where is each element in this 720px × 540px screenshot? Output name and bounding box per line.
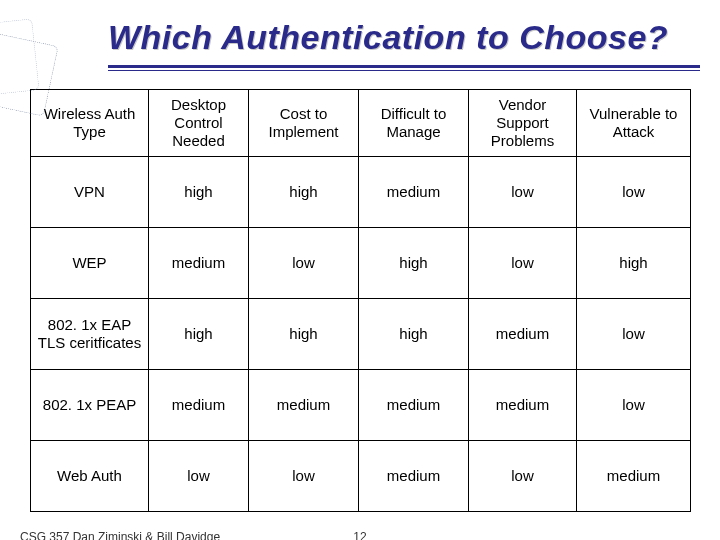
table-cell: medium bbox=[359, 441, 469, 512]
slide-container: Which Authentication to Choose? Wireless… bbox=[0, 18, 720, 540]
table-cell: high bbox=[249, 157, 359, 228]
table-cell: high bbox=[577, 228, 691, 299]
table-row: Web Authlowlowmediumlowmedium bbox=[31, 441, 691, 512]
table-cell: high bbox=[359, 228, 469, 299]
table-cell: low bbox=[577, 157, 691, 228]
table-cell: low bbox=[249, 228, 359, 299]
table-row: 802. 1x EAP TLS ceritficateshighhighhigh… bbox=[31, 299, 691, 370]
page-number: 12 bbox=[353, 530, 366, 540]
col-difficult: Difficult to Manage bbox=[359, 90, 469, 157]
table-header-row: Wireless Auth Type Desktop Control Neede… bbox=[31, 90, 691, 157]
table-cell: medium bbox=[469, 299, 577, 370]
table-cell: low bbox=[577, 299, 691, 370]
table-cell: high bbox=[359, 299, 469, 370]
table-cell: low bbox=[469, 441, 577, 512]
slide-footer: CSG 357 Dan Ziminski & Bill Davidge bbox=[20, 530, 220, 540]
table-cell: VPN bbox=[31, 157, 149, 228]
table-cell: low bbox=[469, 157, 577, 228]
title-underline bbox=[20, 65, 700, 71]
table-cell: low bbox=[469, 228, 577, 299]
table-cell: 802. 1x EAP TLS ceritficates bbox=[31, 299, 149, 370]
table-cell: high bbox=[249, 299, 359, 370]
table-cell: medium bbox=[249, 370, 359, 441]
col-auth-type: Wireless Auth Type bbox=[31, 90, 149, 157]
table-cell: 802. 1x PEAP bbox=[31, 370, 149, 441]
table-cell: high bbox=[149, 157, 249, 228]
col-cost: Cost to Implement bbox=[249, 90, 359, 157]
table-cell: low bbox=[577, 370, 691, 441]
table-cell: low bbox=[249, 441, 359, 512]
table-cell: medium bbox=[359, 370, 469, 441]
table-cell: Web Auth bbox=[31, 441, 149, 512]
col-vulnerable: Vulnerable to Attack bbox=[577, 90, 691, 157]
col-desktop-control: Desktop Control Needed bbox=[149, 90, 249, 157]
table-cell: medium bbox=[577, 441, 691, 512]
table-cell: medium bbox=[149, 228, 249, 299]
table-cell: WEP bbox=[31, 228, 149, 299]
slide-title: Which Authentication to Choose? bbox=[108, 18, 700, 57]
table-row: 802. 1x PEAPmediummediummediummediumlow bbox=[31, 370, 691, 441]
table-cell: high bbox=[149, 299, 249, 370]
table-row: WEPmediumlowhighlowhigh bbox=[31, 228, 691, 299]
col-vendor: Vendor Support Problems bbox=[469, 90, 577, 157]
table-cell: medium bbox=[149, 370, 249, 441]
table-cell: medium bbox=[469, 370, 577, 441]
table-cell: low bbox=[149, 441, 249, 512]
table-body: VPNhighhighmediumlowlowWEPmediumlowhighl… bbox=[31, 157, 691, 512]
table-cell: medium bbox=[359, 157, 469, 228]
auth-comparison-table: Wireless Auth Type Desktop Control Neede… bbox=[30, 89, 691, 512]
table-row: VPNhighhighmediumlowlow bbox=[31, 157, 691, 228]
